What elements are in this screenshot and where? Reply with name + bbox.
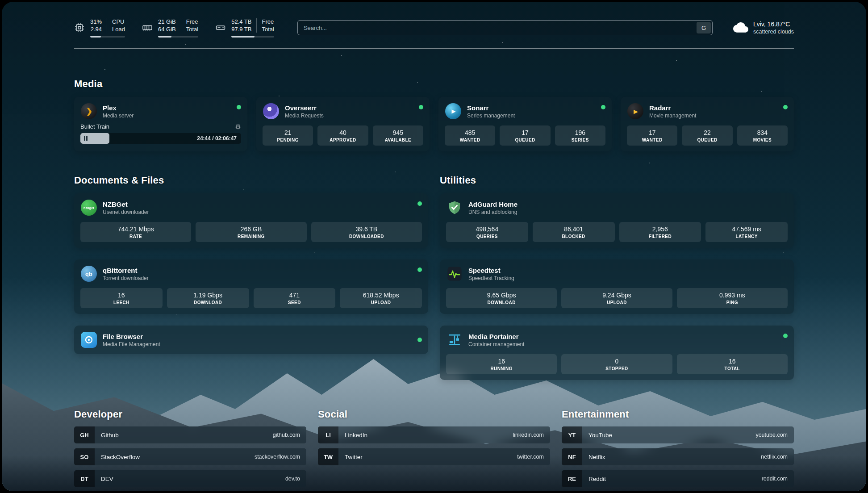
status-dot — [417, 201, 422, 206]
stat-upload: 9.24 Gbps UPLOAD — [561, 288, 672, 308]
bookmark-url: netflix.com — [761, 454, 788, 460]
stat-rate: 744.21 Mbps RATE — [80, 222, 191, 242]
system-metrics: 31% 2.94 CPU Load — [74, 18, 274, 38]
app-subtitle: Torrent downloader — [103, 275, 149, 282]
filebrowser-icon — [80, 331, 97, 348]
stat-upload: 618.52 Mbps UPLOAD — [340, 288, 422, 308]
cpu-usage-value: 31% — [90, 18, 102, 25]
cloud-icon — [733, 21, 748, 34]
stat-queued: 17 QUEUED — [500, 125, 550, 146]
stat-downloaded: 39.6 TB DOWNLOADED — [311, 222, 422, 242]
header-bar: 31% 2.94 CPU Load — [74, 18, 794, 38]
section-title-social: Social — [318, 409, 550, 420]
stat-queries: 498,564 QUERIES — [446, 222, 528, 242]
bookmark-stackoverflow[interactable]: SO StackOverflow stackoverflow.com — [74, 448, 306, 465]
bookmark-netflix[interactable]: NF Netflix netflix.com — [562, 448, 794, 465]
cpu-progress-fill — [90, 36, 101, 38]
disk-total-label: Total — [262, 25, 274, 33]
bookmark-youtube[interactable]: YT YouTube youtube.com — [562, 426, 794, 443]
status-dot — [783, 105, 788, 109]
app-link-filebrowser[interactable]: File Browser Media File Management — [80, 331, 422, 348]
app-link-speedtest[interactable]: Speedtest Speedtest Tracking — [446, 265, 788, 282]
bookmark-group-entertainment: Entertainment YT YouTube youtube.com NF … — [562, 409, 794, 487]
weather-location: Lviv, 16.87°C — [753, 21, 794, 28]
app-link-overseerr[interactable]: Overseerr Media Requests — [263, 103, 423, 120]
bookmark-github[interactable]: GH Github github.com — [74, 426, 306, 443]
app-name: Media Portainer — [468, 332, 524, 341]
app-subtitle: Speedtest Tracking — [468, 275, 514, 282]
bookmark-name: Netflix — [588, 454, 605, 460]
bookmark-abbr: TW — [318, 448, 338, 465]
ram-free-value: 21 GiB — [158, 18, 176, 25]
app-link-radarr[interactable]: ▶ Radarr Movie management — [627, 103, 788, 120]
app-link-qbittorrent[interactable]: qb qBittorrent Torrent downloader — [80, 265, 422, 282]
cpu-progress-track — [90, 36, 125, 38]
disk-icon — [215, 22, 226, 33]
app-card-portainer: Media Portainer Container management 16 … — [440, 326, 794, 380]
ram-total-value: 64 GiB — [158, 25, 176, 33]
section-title-media: Media — [74, 78, 794, 90]
stat-latency: 47.569 ms LATENCY — [705, 222, 788, 242]
search-input[interactable] — [297, 20, 713, 35]
nzbget-icon: nzbget — [80, 199, 97, 216]
speedtest-pulse-icon — [446, 265, 463, 282]
cpu-load-label: Load — [112, 25, 125, 33]
bookmark-url: youtube.com — [755, 432, 788, 438]
app-subtitle: Container management — [468, 341, 524, 348]
bookmark-linkedin[interactable]: LI LinkedIn linkedin.com — [318, 426, 550, 443]
stat-remaining: 266 GB REMAINING — [196, 222, 306, 242]
bookmark-url: github.com — [273, 432, 300, 438]
app-subtitle: Media server — [103, 113, 134, 119]
app-link-nzbget[interactable]: nzbget NZBGet Usenet downloader — [80, 199, 422, 216]
app-name: Speedtest — [468, 266, 514, 275]
section-media: Media ❯ Plex Media server — [74, 78, 794, 151]
header-divider — [74, 48, 794, 49]
disk-total-value: 97.9 TB — [231, 25, 251, 33]
playback-progress-bar[interactable]: 24:44 / 02:06:47 — [80, 133, 241, 144]
stat-wanted: 485 WANTED — [445, 125, 495, 146]
gear-icon[interactable]: ⚙ — [235, 123, 241, 130]
ram-metric: 21 GiB 64 GiB Free Total — [142, 18, 198, 38]
bookmark-name: Github — [101, 432, 119, 439]
app-card-plex: ❯ Plex Media server Bullet Train ⚙ — [74, 97, 247, 151]
portainer-crane-icon — [446, 331, 463, 348]
disk-metric: 52.4 TB 97.9 TB Free Total — [215, 18, 274, 38]
app-subtitle: Media File Management — [103, 341, 160, 348]
app-subtitle: Series management — [467, 113, 515, 119]
pause-icon[interactable] — [84, 136, 88, 141]
stat-queued: 22 QUEUED — [682, 125, 732, 146]
ram-total-label: Total — [186, 25, 198, 33]
app-link-plex[interactable]: ❯ Plex Media server — [80, 103, 241, 120]
bookmark-url: reddit.com — [762, 476, 788, 482]
qbittorrent-icon: qb — [80, 265, 97, 282]
search-engine-button[interactable]: G — [697, 22, 711, 33]
app-card-speedtest: Speedtest Speedtest Tracking 9.65 Gbps D… — [440, 259, 794, 314]
app-link-portainer[interactable]: Media Portainer Container management — [446, 331, 788, 348]
bookmark-group-developer: Developer GH Github github.com SO StackO… — [74, 409, 306, 487]
app-link-sonarr[interactable]: ▶ Sonarr Series management — [445, 103, 605, 120]
stat-stopped: 0 STOPPED — [561, 354, 672, 374]
bookmark-name: DEV — [101, 476, 113, 482]
section-title-documents: Documents & Files — [74, 175, 428, 186]
cpu-load-value: 2.94 — [90, 25, 102, 33]
metric-divider — [256, 18, 257, 33]
section-title-developer: Developer — [74, 409, 306, 420]
status-dot — [417, 267, 422, 272]
bookmark-abbr: RE — [562, 470, 582, 487]
bookmark-abbr: GH — [74, 426, 95, 443]
stat-available: 945 AVAILABLE — [373, 125, 423, 146]
stat-running: 16 RUNNING — [446, 354, 557, 374]
app-card-nzbget: nzbget NZBGet Usenet downloader 744.21 M… — [74, 193, 428, 248]
bookmark-twitter[interactable]: TW Twitter twitter.com — [318, 448, 550, 465]
bookmark-url: linkedin.com — [513, 432, 544, 438]
bookmark-name: StackOverflow — [101, 454, 140, 460]
bookmark-reddit[interactable]: RE Reddit reddit.com — [562, 470, 794, 487]
app-link-adguard[interactable]: AdGuard Home DNS and adblocking — [446, 199, 788, 216]
status-dot — [417, 338, 422, 342]
ram-progress-track — [158, 36, 198, 38]
app-subtitle: Usenet downloader — [103, 209, 149, 216]
stat-seed: 471 SEED — [254, 288, 336, 308]
bookmark-dev[interactable]: DT DEV dev.to — [74, 470, 306, 487]
stat-download: 9.65 Gbps DOWNLOAD — [446, 288, 557, 308]
app-card-radarr: ▶ Radarr Movie management 17 WANTED — [621, 97, 794, 151]
